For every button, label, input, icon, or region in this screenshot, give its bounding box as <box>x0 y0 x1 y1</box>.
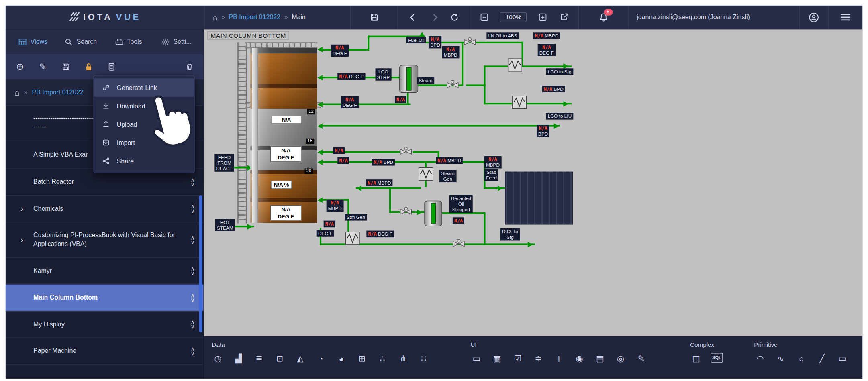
process-label: N/A MBPD <box>436 157 463 164</box>
value-box: N/ADEG F <box>270 146 302 162</box>
valve <box>464 37 476 47</box>
value-box: N/A <box>272 116 302 124</box>
list-item-chemicals[interactable]: ›Chemicals∧∨ <box>6 196 204 222</box>
save-button[interactable] <box>368 11 380 23</box>
pipe <box>320 125 560 126</box>
hamburger-menu-icon[interactable] <box>839 11 852 23</box>
list-item-main-column-bottom[interactable]: Main Column Bottom∧∨ <box>6 285 204 311</box>
tree-icon[interactable]: ⋔ <box>397 353 409 364</box>
document-menu-button[interactable] <box>106 61 117 72</box>
share-icon <box>102 157 111 165</box>
level-list-icon[interactable]: ≣ <box>253 353 265 364</box>
sidebar-scrollbar[interactable] <box>199 195 202 332</box>
menu-item-upload[interactable]: Upload <box>94 115 194 134</box>
radio-icon[interactable]: ◎ <box>615 353 627 364</box>
sidebar-breadcrumb-link[interactable]: PB Import 012022 <box>32 89 84 96</box>
toggle-icon[interactable]: ◉ <box>573 353 585 364</box>
display-title: MAIN COLUMN BOTTOM <box>207 31 289 40</box>
process-label: N/ABPD <box>429 36 442 48</box>
tab-search[interactable]: Search <box>57 29 104 54</box>
reorder-control[interactable]: ∧∨ <box>190 204 194 213</box>
breadcrumb-link[interactable]: PB Import 012022 <box>229 14 280 21</box>
open-external-icon[interactable] <box>558 11 570 23</box>
expand-chevron-icon[interactable]: › <box>20 234 23 245</box>
ellipse-icon[interactable]: ○ <box>795 353 807 364</box>
nav-back-button[interactable] <box>407 11 419 23</box>
list-item-kamyr[interactable]: Kamyr∧∨ <box>6 258 204 284</box>
reorder-control[interactable]: ∧∨ <box>190 320 194 329</box>
sql-icon[interactable]: SQL <box>711 353 723 363</box>
link-icon <box>102 84 111 91</box>
add-button[interactable]: ⊕ <box>14 61 26 72</box>
value-box: N/ADEG F <box>270 205 302 221</box>
breadcrumb: ⌂ » PB Import 012022 » Main <box>204 6 350 29</box>
app-logo: IOTAVUE <box>6 6 204 29</box>
zoom-level[interactable]: 100% <box>500 12 527 22</box>
expand-chevron-icon[interactable]: › <box>20 203 23 214</box>
donut-gauge-icon[interactable]: ◕ <box>335 353 347 364</box>
text-cursor-icon[interactable]: Ι <box>553 353 565 364</box>
home-icon[interactable]: ⌂ <box>14 88 20 97</box>
edit-icon[interactable]: ✎ <box>635 353 647 364</box>
tab-setti[interactable]: Setti... <box>152 29 200 54</box>
context-menu: Generate LinkDownloadUploadImportShare <box>94 75 195 173</box>
user-email: joanna.zinsli@seeq.com (Joanna Zinsli) <box>637 14 750 21</box>
notifications-button[interactable]: 5 <box>598 11 610 23</box>
trash-button[interactable] <box>184 61 195 72</box>
curve-icon[interactable]: ∿ <box>774 353 786 364</box>
button-icon[interactable]: ▭ <box>470 353 482 364</box>
pie-chart-icon[interactable]: ◔ <box>315 353 327 364</box>
nav-forward-button[interactable] <box>428 11 440 23</box>
home-icon[interactable]: ⌂ <box>212 12 218 22</box>
lock-icon[interactable] <box>83 61 94 72</box>
app-window: IOTAVUE ⌂ » PB Import 012022 » Main 1 <box>6 6 862 379</box>
table-icon[interactable]: ⊞ <box>356 353 368 364</box>
valve <box>400 147 412 156</box>
tab-views[interactable]: Views <box>9 29 57 54</box>
menu-item-download[interactable]: Download <box>94 97 194 115</box>
reorder-control[interactable]: ∧∨ <box>190 267 194 275</box>
map-icon[interactable]: ◫ <box>690 353 702 364</box>
logo-text-primary: IOTA <box>83 12 112 22</box>
reorder-control[interactable]: ∧∨ <box>190 346 194 355</box>
toolbox-group-complex: Complex◫SQL <box>690 341 754 379</box>
scatter-icon[interactable]: ∷ <box>418 353 430 364</box>
display-canvas[interactable]: MAIN COLUMN BOTTOM N/ABPDFuel OilLN Oil … <box>204 29 862 336</box>
menu-item-generate-link[interactable]: Generate Link <box>94 78 194 97</box>
calendar-icon[interactable]: ▦ <box>491 353 503 364</box>
trend-chart-icon[interactable]: ◭ <box>294 353 306 364</box>
arc-icon[interactable]: ◠ <box>754 353 766 364</box>
slider-icon[interactable]: ≑ <box>532 353 544 364</box>
refresh-button[interactable] <box>449 11 461 23</box>
list-item-customizing-pi-processbook-with-visual-basic-for-applications-vba[interactable]: ›Customizing PI-ProcessBook with Visual … <box>6 222 204 258</box>
sidebar: ViewsSearchToolsSetti... ⊕ ✎ ⌂ <box>6 29 204 378</box>
process-label: Stm Gen <box>345 214 367 221</box>
list-item-paper-machine[interactable]: Paper Machine∧∨ <box>6 338 204 365</box>
zoom-in-button[interactable] <box>537 11 549 23</box>
line-icon[interactable]: ╱ <box>816 353 828 364</box>
account-icon[interactable] <box>808 11 820 23</box>
reorder-control[interactable]: ∧∨ <box>190 177 194 186</box>
process-label: FEEDFROMREACT <box>214 154 234 171</box>
tab-tools[interactable]: Tools <box>104 29 152 54</box>
reorder-control[interactable]: ∧∨ <box>190 293 194 302</box>
reorder-control[interactable]: ∧∨ <box>190 235 194 244</box>
valve <box>453 239 465 249</box>
rect-icon[interactable]: ▭ <box>836 353 848 364</box>
edit-button[interactable]: ✎ <box>37 61 49 72</box>
bar-chart-icon[interactable]: ▟ <box>233 353 245 364</box>
value-input-icon[interactable]: ⊡ <box>274 353 286 364</box>
checkbox-icon[interactable]: ☑ <box>512 353 524 364</box>
menu-item-share[interactable]: Share <box>94 152 194 170</box>
zoom-out-button[interactable] <box>478 11 490 23</box>
menu-item-import[interactable]: Import <box>94 133 194 152</box>
gauge-icon[interactable]: ◷ <box>212 353 224 364</box>
list-item-my-display[interactable]: My Display∧∨ <box>6 311 204 338</box>
textarea-icon[interactable]: ▤ <box>594 353 606 364</box>
save-view-button[interactable] <box>60 61 71 72</box>
heatmap-icon[interactable]: ∴ <box>376 353 388 364</box>
sidebar-tabs: ViewsSearchToolsSetti... <box>6 29 204 54</box>
diagram-layer: MAIN COLUMN BOTTOM N/ABPDFuel OilLN Oil … <box>204 29 862 336</box>
flow-arrow <box>554 123 559 129</box>
process-label: N/AMBPD <box>484 156 501 168</box>
